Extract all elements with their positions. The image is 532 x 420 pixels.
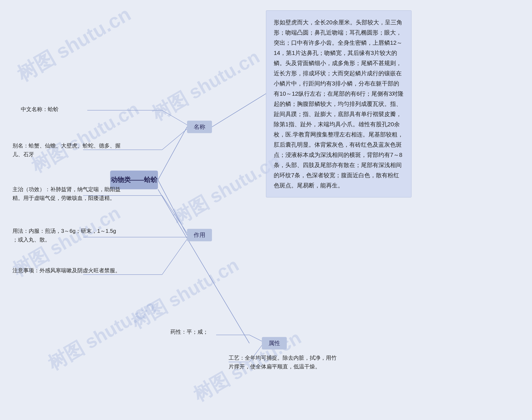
leaf-zhuyishi: 注意事项：外感风寒喘嗽及阴虚火旺者禁服。 (13, 266, 133, 275)
description-text: 形如壁虎而大，全长20余厘米。头部较大，呈三角形；吻端凸圆；鼻孔近吻端；耳孔椭圆… (274, 19, 404, 189)
leaf-zhongwen: 中文名称：蛤蚧 (21, 105, 125, 114)
branch-shuxing: 属性 (262, 337, 287, 349)
leaf-yongfa: 用法：内服：煎汤，3～6g；研末，1～1.5g；或入丸、散。 (13, 227, 133, 244)
leaf-biemeng: 别名：蛤蟹、仙蟾、大壁虎、蚧蛇、德多、握儿、石牙 (13, 141, 133, 159)
mindmap: 形如壁虎而大，全长20余厘米。头部较大，呈三角形；吻端凸圆；鼻孔近吻端；耳孔椭圆… (0, 0, 532, 420)
leaf-yaoxing: 药性：平；咸； (170, 328, 253, 336)
branch-zuoyong: 作用 (187, 229, 212, 241)
leaf-gongyi: 工艺：全年均可捕捉。除去内脏，拭净，用竹片撑开，使全体扁平顺直，低温干燥。 (229, 354, 374, 371)
description-box: 形如壁虎而大，全长20余厘米。头部较大，呈三角形；吻端凸圆；鼻孔近吻端；耳孔椭圆… (266, 10, 411, 197)
leaf-zhuzhi: 主治（功效）：补肺益肾，纳气定喘，助阳益精。用于虚喘气促，劳嗽咳血，阳痿遗精。 (13, 185, 141, 202)
branch-mingcheng: 名称 (187, 121, 212, 133)
